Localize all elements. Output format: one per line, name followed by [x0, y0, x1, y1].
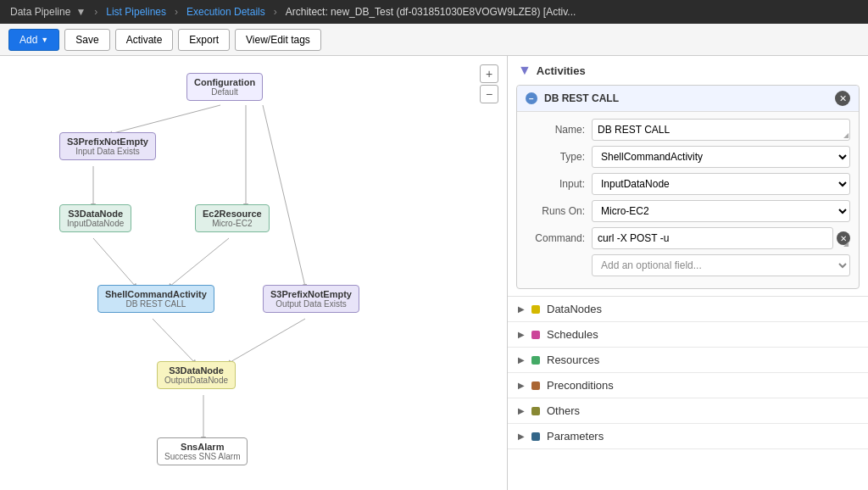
svg-line-6 [153, 319, 195, 363]
activities-label: Activities [537, 64, 586, 77]
node-ec2[interactable]: Ec2Resource Micro-EC2 [195, 204, 270, 232]
node-config-title: Configuration [194, 77, 255, 87]
name-label: Name: [526, 124, 585, 136]
activities-section: ▼ Activities − DB REST CALL ✕ Name: [508, 56, 868, 297]
type-select[interactable]: ShellCommandActivity [592, 146, 850, 168]
activities-expand-icon: ▼ [518, 63, 531, 78]
svg-line-3 [93, 238, 136, 287]
node-shell-command[interactable]: ShellCommandActivity DB REST CALL [97, 285, 214, 313]
dropdown-icon[interactable]: ▼ [75, 6, 86, 18]
connector-lines [0, 56, 507, 490]
right-panel: ▼ Activities − DB REST CALL ✕ Name: [508, 56, 868, 490]
zoom-in-button[interactable]: + [480, 64, 498, 83]
type-label: Type: [526, 151, 585, 163]
input-select[interactable]: InputDataNode [592, 173, 850, 195]
form-row-optional: Add an optional field... [526, 254, 850, 276]
section-label-datanodes: DataNodes [547, 303, 602, 315]
node-s3data-left-subtitle: InputDataNode [67, 219, 124, 228]
node-s3prefix-top-title: S3PrefixNotEmpty [67, 136, 148, 147]
node-sns-alarm[interactable]: SnsAlarm Success SNS Alarm [157, 437, 248, 465]
activity-collapse-button[interactable]: − [526, 92, 537, 104]
form-row-command: Command: ◢ ✕ [526, 227, 850, 249]
runs-on-select[interactable]: Micro-EC2 [592, 200, 850, 222]
activate-button[interactable]: Activate [115, 29, 174, 51]
section-arrow-schedules: ▶ [518, 330, 525, 339]
section-header-parameters[interactable]: ▶ Parameters [508, 424, 868, 448]
node-s3prefix-top-subtitle: Input Data Exists [67, 147, 148, 156]
node-config-subtitle: Default [194, 87, 255, 97]
section-header-others[interactable]: ▶ Others [508, 398, 868, 423]
add-button[interactable]: Add ▼ [8, 29, 59, 51]
section-parameters: ▶ Parameters [508, 424, 868, 449]
section-label-others: Others [547, 404, 580, 417]
activity-item: − DB REST CALL ✕ Name: ◢ T [516, 85, 860, 289]
node-s3prefix-right-subtitle: Output Data Exists [270, 299, 352, 309]
zoom-controls: + − [480, 64, 498, 103]
node-s3data-left[interactable]: S3DataNode InputDataNode [59, 204, 131, 232]
section-header-datanodes[interactable]: ▶ DataNodes [508, 297, 868, 321]
toolbar: Add ▼ Save Activate Export View/Edit tag… [0, 24, 868, 56]
main-layout: Configuration Default S3PrefixNotEmpty I… [0, 56, 868, 490]
node-s3prefix-right-title: S3PrefixNotEmpty [270, 289, 352, 299]
section-arrow-others: ▶ [518, 406, 525, 415]
node-ec2-subtitle: Micro-EC2 [203, 219, 262, 228]
svg-line-0 [110, 105, 220, 134]
optional-field-select[interactable]: Add an optional field... [592, 254, 850, 276]
form-row-name: Name: ◢ [526, 119, 850, 141]
command-input-wrapper: ◢ ✕ [592, 227, 850, 249]
section-header-schedules[interactable]: ▶ Schedules [508, 322, 868, 347]
node-shell-title: ShellCommandActivity [105, 289, 207, 299]
node-sns-title: SnsAlarm [164, 442, 240, 452]
section-preconditions: ▶ Preconditions [508, 373, 868, 398]
node-s3prefix-top[interactable]: S3PrefixNotEmpty Input Data Exists [59, 132, 156, 160]
node-s3data-left-title: S3DataNode [67, 209, 124, 219]
runs-on-label: Runs On: [526, 205, 585, 217]
section-label-parameters: Parameters [547, 430, 604, 443]
section-color-icon-parameters [531, 432, 540, 441]
input-label: Input: [526, 178, 585, 190]
activity-close-button[interactable]: ✕ [835, 91, 850, 106]
form-row-type: Type: ShellCommandActivity [526, 146, 850, 168]
node-configuration[interactable]: Configuration Default [186, 73, 263, 101]
section-resources: ▶ Resources [508, 348, 868, 373]
section-color-icon-datanodes [531, 305, 540, 314]
section-color-icon-schedules [531, 331, 540, 339]
form-row-input: Input: InputDataNode [526, 173, 850, 195]
node-shell-subtitle: DB REST CALL [105, 299, 207, 309]
name-input[interactable] [592, 119, 850, 141]
save-button[interactable]: Save [64, 29, 109, 51]
execution-details-link[interactable]: Execution Details [186, 6, 265, 18]
section-datanodes: ▶ DataNodes [508, 297, 868, 322]
command-label: Command: [526, 232, 585, 244]
section-label-schedules: Schedules [547, 328, 598, 341]
section-arrow-preconditions: ▶ [518, 381, 525, 390]
app-name[interactable]: Data Pipeline [10, 6, 70, 18]
node-s3data-bottom-title: S3DataNode [164, 365, 228, 376]
section-arrow-parameters: ▶ [518, 432, 525, 441]
section-header-resources[interactable]: ▶ Resources [508, 348, 868, 372]
export-button[interactable]: Export [178, 29, 230, 51]
pipeline-title: Architect: new_DB_Test (df-031851030E8VO… [286, 6, 576, 18]
section-arrow-resources: ▶ [518, 355, 525, 365]
node-ec2-title: Ec2Resource [203, 209, 262, 219]
pipeline-canvas[interactable]: Configuration Default S3PrefixNotEmpty I… [0, 56, 508, 490]
section-color-icon-preconditions [531, 381, 540, 390]
section-arrow-datanodes: ▶ [518, 304, 525, 314]
svg-line-5 [263, 105, 305, 287]
svg-line-7 [229, 319, 305, 363]
node-s3prefix-right[interactable]: S3PrefixNotEmpty Output Data Exists [263, 285, 359, 313]
section-header-preconditions[interactable]: ▶ Preconditions [508, 373, 868, 398]
zoom-out-button[interactable]: − [480, 85, 498, 103]
add-dropdown-arrow: ▼ [41, 36, 48, 44]
view-edit-tags-button[interactable]: View/Edit tags [235, 29, 321, 51]
name-input-wrapper: ◢ [592, 119, 850, 141]
section-others: ▶ Others [508, 398, 868, 424]
node-s3data-bottom[interactable]: S3DataNode OutputDataNode [157, 361, 236, 389]
node-sns-subtitle: Success SNS Alarm [164, 452, 240, 461]
list-pipelines-link[interactable]: List Pipelines [106, 6, 166, 18]
resize-icon: ◢ [843, 131, 849, 139]
activities-header[interactable]: ▼ Activities [508, 56, 868, 85]
command-input[interactable] [592, 227, 833, 249]
activity-item-header: − DB REST CALL ✕ [517, 86, 859, 112]
section-schedules: ▶ Schedules [508, 322, 868, 348]
